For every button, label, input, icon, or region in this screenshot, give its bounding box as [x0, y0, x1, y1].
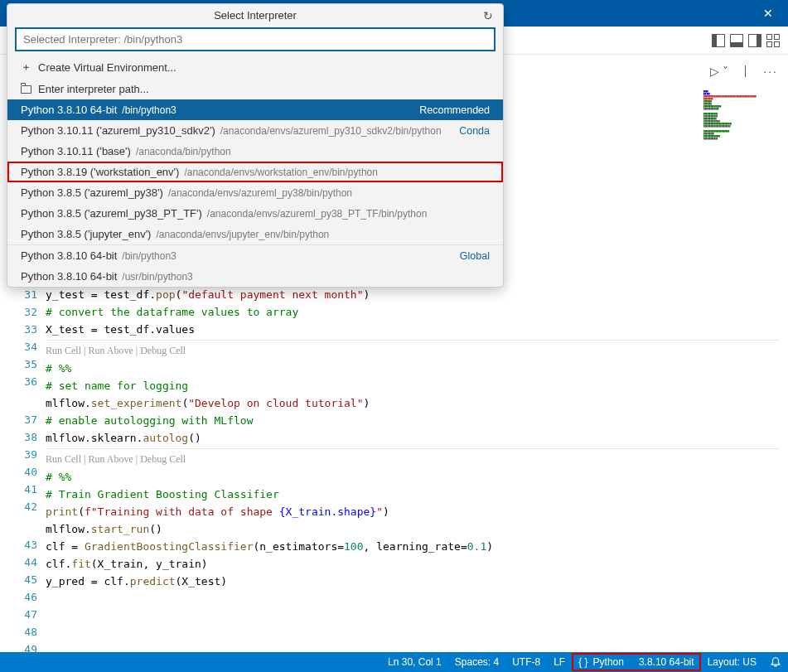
interpreter-search-input[interactable]	[16, 28, 495, 51]
status-eol[interactable]: LF	[547, 652, 572, 672]
interpreter-option[interactable]: Python 3.8.5 ('azureml_py38_PT_TF')/anac…	[7, 203, 503, 224]
panel-title: Select Interpreter ↻	[7, 4, 503, 25]
plus-icon: ＋	[21, 60, 31, 75]
notifications-icon[interactable]	[763, 652, 788, 672]
interpreter-option[interactable]: Python 3.8.5 ('azureml_py38')/anaconda/e…	[7, 182, 503, 203]
status-python-box[interactable]: { } Python 3.8.10 64-bit	[572, 653, 700, 671]
folder-icon	[21, 85, 31, 94]
cell-lens[interactable]: Run Cell | Run Above | Debug Cell	[46, 448, 780, 468]
run-icon[interactable]: ▷ ˅	[710, 65, 728, 78]
panel-right-icon[interactable]	[748, 34, 761, 47]
status-bar: Ln 30, Col 1 Spaces: 4 UTF-8 LF { } Pyth…	[0, 652, 788, 672]
status-indent[interactable]: Spaces: 4	[448, 652, 505, 672]
interpreter-option[interactable]: Python 3.8.10 64-bit/usr/bin/python3	[7, 266, 503, 287]
status-layout[interactable]: Layout: US	[701, 652, 763, 672]
select-interpreter-panel: Select Interpreter ↻ ＋ Create Virtual En…	[7, 3, 504, 288]
close-button[interactable]: ✕	[752, 1, 785, 26]
status-python-version: 3.8.10 64-bit	[639, 656, 694, 668]
status-language: Python	[593, 656, 624, 668]
interpreter-option[interactable]: Python 3.8.5 ('jupyter_env')/anaconda/en…	[7, 224, 503, 244]
panel-left-icon[interactable]	[712, 34, 725, 47]
interpreter-list: Python 3.8.10 64-bit/bin/python3Recommen…	[7, 99, 503, 287]
interpreter-option[interactable]: Python 3.8.19 ('workstation_env')/anacon…	[7, 162, 503, 182]
panel-bottom-icon[interactable]	[730, 34, 743, 47]
interpreter-option[interactable]: Python 3.10.11 ('base')/anaconda/bin/pyt…	[7, 141, 503, 162]
split-editor-icon[interactable]	[740, 65, 752, 77]
status-encoding[interactable]: UTF-8	[505, 652, 547, 672]
create-venv-action[interactable]: ＋ Create Virtual Environment...	[7, 56, 503, 79]
interpreter-option[interactable]: Python 3.10.11 ('azureml_py310_sdkv2')/a…	[7, 120, 503, 141]
interpreter-option[interactable]: Python 3.8.10 64-bit/bin/python3Global	[7, 245, 503, 266]
refresh-icon[interactable]: ↻	[483, 9, 493, 22]
status-cursor-pos[interactable]: Ln 30, Col 1	[381, 652, 448, 672]
interpreter-option[interactable]: Python 3.8.10 64-bit/bin/python3Recommen…	[7, 99, 503, 120]
enter-path-action[interactable]: Enter interpreter path...	[7, 79, 503, 99]
interpreter-search-wrap	[16, 28, 495, 51]
layout-grid-icon[interactable]	[766, 34, 780, 47]
more-actions-icon[interactable]: ···	[763, 65, 778, 78]
python-env-icon: { }	[578, 656, 587, 668]
cell-lens[interactable]: Run Cell | Run Above | Debug Cell	[46, 340, 780, 360]
